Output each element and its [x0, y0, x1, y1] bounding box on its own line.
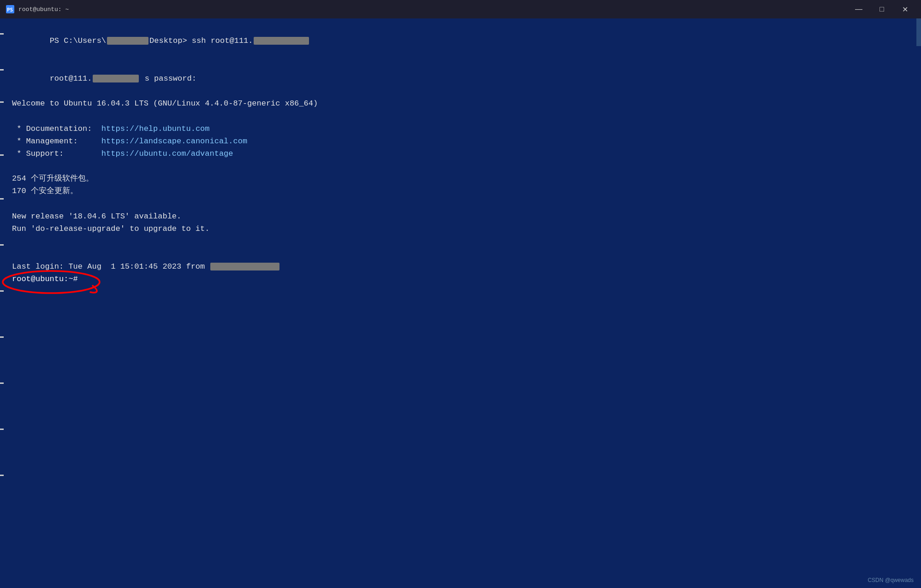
terminal-content: PS C:\Users\ Desktop> ssh root@111. root… [12, 22, 914, 285]
terminal-line-last-login: Last login: Tue Aug 1 15:01:45 2023 from [12, 260, 914, 273]
marker-7 [0, 290, 4, 292]
marker-8 [0, 336, 4, 338]
marker-3 [0, 101, 4, 103]
terminal-body[interactable]: PS C:\Users\ Desktop> ssh root@111. root… [0, 18, 921, 588]
support-url: https://ubuntu.com/advantage [101, 149, 233, 158]
redacted-username [107, 37, 149, 45]
marker-6 [0, 244, 4, 246]
password-prompt-host: root@111. [50, 74, 92, 83]
window-title: root@ubuntu: ~ [18, 6, 848, 13]
redacted-ip [254, 37, 309, 45]
terminal-line-upgrade: Run 'do-release-upgrade' to upgrade to i… [12, 223, 914, 235]
mgmt-url: https://landscape.canonical.com [101, 137, 247, 146]
title-bar: PS root@ubuntu: ~ — □ ✕ [0, 0, 921, 18]
terminal-line-welcome: Welcome to Ubuntu 16.04.3 LTS (GNU/Linux… [12, 97, 914, 110]
scrollbar-thumb[interactable] [916, 18, 921, 46]
terminal-window: PS root@ubuntu: ~ — □ ✕ [0, 0, 921, 588]
desktop-path: Desktop> ssh root@111. [149, 36, 253, 45]
terminal-line-blank1 [12, 110, 914, 122]
terminal-line-support: * Support: https://ubuntu.com/advantage [12, 147, 914, 160]
marker-9 [0, 382, 4, 384]
window-controls: — □ ✕ [848, 2, 915, 17]
doc-url: https://help.ubuntu.com [101, 124, 210, 133]
maximize-button[interactable]: □ [871, 2, 892, 17]
left-markers [0, 18, 6, 588]
redacted-from-ip [210, 263, 279, 270]
current-prompt-container: root@ubuntu:~# [12, 273, 78, 285]
marker-11 [0, 475, 4, 476]
terminal-line-blank3 [12, 198, 914, 210]
marker-1 [0, 33, 4, 35]
terminal-line-current-prompt: root@ubuntu:~# [12, 273, 78, 285]
terminal-line-blank2 [12, 160, 914, 172]
minimize-button[interactable]: — [848, 2, 869, 17]
terminal-scrollbar[interactable] [915, 18, 921, 588]
terminal-line-mgmt: * Management: https://landscape.canonica… [12, 135, 914, 147]
terminal-line-ssh: PS C:\Users\ Desktop> ssh root@111. [12, 22, 914, 60]
marker-5 [0, 198, 4, 200]
watermark: CSDN @qwewads [868, 576, 914, 584]
marker-4 [0, 154, 4, 156]
terminal-line-password: root@111. s password: [12, 60, 914, 98]
svg-text:PS: PS [7, 7, 13, 13]
terminal-line-blank4 [12, 235, 914, 247]
ps-prompt: PS C:\Users\ [50, 36, 106, 45]
marker-10 [0, 429, 4, 430]
terminal-line-doc: * Documentation: https://help.ubuntu.com [12, 123, 914, 135]
terminal-line-security: 170 个安全更新。 [12, 185, 914, 197]
terminal-line-new-release: New release '18.04.6 LTS' available. [12, 210, 914, 223]
password-label: s password: [140, 74, 196, 83]
marker-2 [0, 69, 4, 71]
redacted-ip2 [93, 75, 139, 82]
terminal-line-blank5 [12, 247, 914, 260]
powershell-icon: PS [6, 5, 15, 14]
terminal-line-packages: 254 个可升级软件包。 [12, 172, 914, 185]
close-button[interactable]: ✕ [894, 2, 915, 17]
